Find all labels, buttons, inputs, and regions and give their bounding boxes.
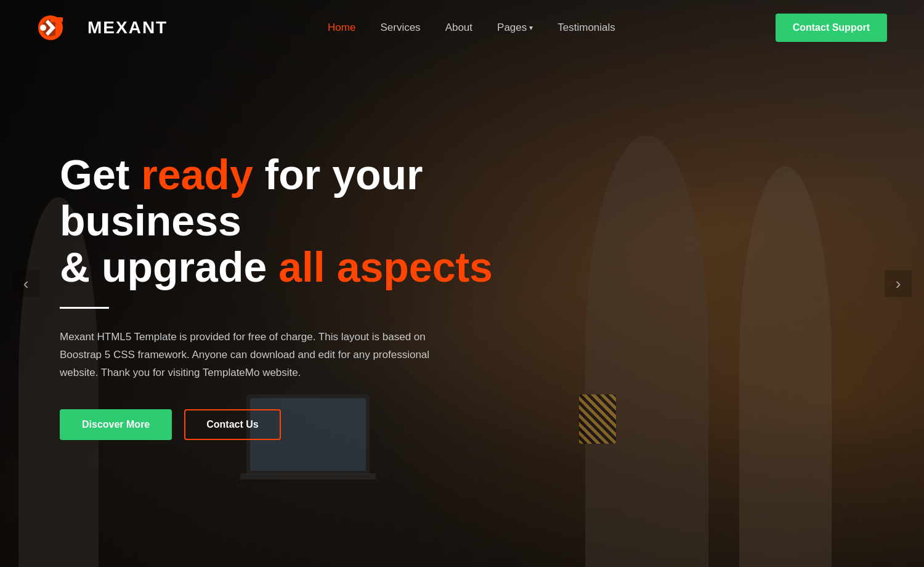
hero-line3-before: & upgrade	[60, 243, 278, 290]
hero-divider	[60, 307, 109, 309]
hero-line1-after: for your	[253, 151, 423, 198]
discover-more-button[interactable]: Discover More	[60, 409, 172, 440]
chevron-right-icon: ›	[896, 274, 901, 293]
hero-description: Mexant HTML5 Template is provided for fr…	[60, 328, 454, 382]
logo-icon	[37, 6, 80, 49]
nav-item-testimonials[interactable]: Testimonials	[557, 22, 615, 34]
hero-title: Get ready for your business & upgrade al…	[60, 152, 493, 290]
hero-line3-highlight: all aspects	[278, 243, 493, 290]
brand-logo[interactable]: MEXANT	[37, 6, 168, 49]
contact-support-button[interactable]: Contact Support	[776, 14, 887, 42]
hero-title-line2: business	[60, 197, 241, 244]
person-silhouette-3	[739, 166, 832, 567]
hero-buttons: Discover More Contact Us	[60, 409, 493, 440]
person-silhouette-2	[585, 136, 708, 567]
nav-link-home[interactable]: Home	[328, 22, 355, 33]
nav-item-home[interactable]: Home	[328, 22, 355, 34]
hero-title-line1: Get ready for your	[60, 151, 423, 198]
contact-us-button[interactable]: Contact Us	[184, 409, 280, 440]
hero-line1-before: Get	[60, 151, 141, 198]
navbar: MEXANT Home Services About Pages ▾ Testi…	[0, 0, 924, 55]
brand-name: MEXANT	[87, 18, 168, 38]
nav-link-about[interactable]: About	[445, 22, 472, 33]
nav-item-services[interactable]: Services	[380, 22, 420, 34]
svg-rect-4	[51, 17, 63, 22]
bag-prop	[579, 394, 616, 444]
nav-item-pages[interactable]: Pages ▾	[497, 22, 533, 34]
svg-point-2	[40, 25, 46, 31]
hero-section: MEXANT Home Services About Pages ▾ Testi…	[0, 0, 924, 567]
hero-title-line3: & upgrade all aspects	[60, 243, 493, 290]
nav-link-services[interactable]: Services	[380, 22, 420, 33]
nav-link-pages[interactable]: Pages	[497, 22, 527, 34]
carousel-next-button[interactable]: ›	[885, 270, 912, 297]
nav-link-testimonials[interactable]: Testimonials	[557, 22, 615, 33]
nav-item-about[interactable]: About	[445, 22, 472, 34]
carousel-prev-button[interactable]: ‹	[12, 270, 39, 297]
chevron-down-icon: ▾	[529, 23, 533, 32]
hero-content: Get ready for your business & upgrade al…	[60, 152, 493, 440]
chevron-left-icon: ‹	[23, 274, 29, 293]
nav-links: Home Services About Pages ▾ Testimonials	[328, 22, 615, 34]
hero-line1-highlight: ready	[141, 151, 253, 198]
